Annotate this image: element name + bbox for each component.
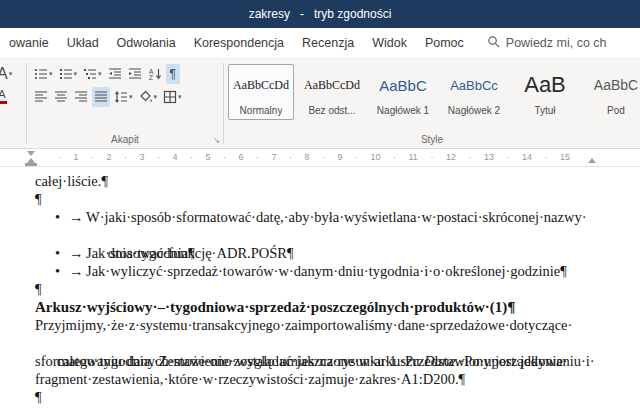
style-podtytul-partial[interactable]: AaBbC Pod <box>583 64 640 120</box>
chevron-down-icon: ▾ <box>74 70 78 78</box>
styles-group-label: Style <box>224 131 640 148</box>
color-bar <box>0 101 7 104</box>
chevron-down-icon: ▾ <box>154 93 158 101</box>
first-line-indent-marker[interactable] <box>27 151 35 156</box>
numbered-list-button[interactable]: ▾ <box>57 64 80 84</box>
multilevel-list-icon <box>83 67 97 81</box>
style-tytul[interactable]: AaB Tytuł <box>512 64 578 120</box>
style-name: Tytuł <box>534 105 555 116</box>
increase-indent-icon <box>128 67 142 81</box>
bullet-item-1-wrap: dnia·tygodnia¶ <box>35 226 640 244</box>
empty-paragraph-mark: ¶ <box>35 280 640 298</box>
empty-paragraph-mark: ¶ <box>35 388 640 406</box>
align-right-button[interactable] <box>72 87 90 107</box>
bullet-text: W·jaki·sposób·sformatować·datę,·aby·była… <box>86 208 586 226</box>
ruler[interactable]: · 1 · 2 · 3 · 4 · 5 · 6 · 7 · 8 · 9 · 10… <box>0 149 640 167</box>
align-left-button[interactable] <box>32 87 50 107</box>
style-sample: AaB <box>524 65 566 105</box>
svg-text:Z: Z <box>149 74 153 81</box>
letter-icon: A <box>0 65 8 83</box>
right-indent-marker[interactable] <box>588 158 596 163</box>
paragraph-row-2: ▾ ▾ <box>27 85 223 108</box>
left-indent-marker[interactable] <box>25 163 37 166</box>
style-name: Normalny <box>240 105 283 116</box>
chevron-down-icon: ▾ <box>129 93 133 101</box>
shading-button[interactable]: ▾ <box>137 87 160 107</box>
borders-grid-icon <box>163 90 177 104</box>
styles-group: AaBbCcDd Normalny AaBbCcDd Bez odst... A… <box>224 59 640 148</box>
style-name: Nagłówek 1 <box>377 105 429 116</box>
font-color-icon: A <box>0 89 7 104</box>
styles-gallery: AaBbCcDd Normalny AaBbCcDd Bez odst... A… <box>224 62 640 120</box>
show-formatting-marks-button[interactable]: ¶ <box>166 64 180 84</box>
sort-az-icon: A Z <box>148 67 162 81</box>
style-name: Bez odst... <box>308 105 355 116</box>
bullet-marker: • <box>55 244 69 262</box>
search-icon <box>487 35 500 51</box>
bullet-item-2: • → Jak·stosować·funkcję·ADR.POŚR¶ <box>35 244 640 262</box>
chevron-down-icon: ▾ <box>178 93 182 101</box>
increase-indent-button[interactable] <box>126 64 144 84</box>
tell-me-search[interactable]: Powiedz mi, co ch <box>487 35 607 51</box>
body-line: sformatowaniu·danych·może·ono·wyglądać·j… <box>35 352 640 370</box>
word-window: zakresy - tryb zgodności owanie Układ Od… <box>0 0 640 409</box>
bullet-item-1: • → W·jaki·sposób·sformatować·datę,·aby·… <box>35 208 640 226</box>
line-spacing-button[interactable]: ▾ <box>112 87 135 107</box>
style-name: Nagłówek 2 <box>448 105 500 116</box>
justify-button[interactable] <box>92 87 110 107</box>
tab-recenzja[interactable]: Recenzja <box>293 28 363 58</box>
tab-widok[interactable]: Widok <box>363 28 416 58</box>
paragraph-group: ▾ ▾ <box>27 59 223 148</box>
decrease-indent-button[interactable] <box>106 64 124 84</box>
numbered-list-icon <box>59 67 73 81</box>
style-normalny[interactable]: AaBbCcDd Normalny <box>228 64 294 120</box>
tab-korespondencja[interactable]: Korespondencja <box>185 28 293 58</box>
sort-button[interactable]: A Z <box>146 64 164 84</box>
style-sample: AaBbCcDd <box>304 65 360 105</box>
multilevel-list-button[interactable]: ▾ <box>81 64 104 84</box>
bullet-list-button[interactable]: ▾ <box>32 64 55 84</box>
ruler-marks: · 1 · 2 · 3 · 4 · 5 · 6 · 7 · 8 · 9 · 10… <box>58 152 570 162</box>
bullet-marker: • <box>55 208 69 226</box>
font-color-button[interactable]: A <box>0 87 9 107</box>
paragraph-row-1: ▾ ▾ <box>27 62 223 85</box>
pilcrow-icon: ¶ <box>170 67 176 81</box>
borders-button[interactable]: ▾ <box>161 87 184 107</box>
chevron-down-icon: ▾ <box>98 70 102 78</box>
tab-odwolania[interactable]: Odwołania <box>108 28 185 58</box>
bullet-list-icon <box>34 67 48 81</box>
tab-uklad[interactable]: Układ <box>58 28 108 58</box>
style-bez-odstepow[interactable]: AaBbCcDd Bez odst... <box>299 64 365 120</box>
bullet-text: Jak·wyliczyć·sprzedaż·towarów·w·danym·dn… <box>86 262 567 280</box>
chevron-down-icon: ▾ <box>9 70 13 78</box>
tab-arrow-mark: → <box>69 262 86 280</box>
align-center-button[interactable] <box>52 87 70 107</box>
style-sample: AaBbC <box>594 65 638 105</box>
style-naglowek-1[interactable]: AaBbC Nagłówek 1 <box>370 64 436 120</box>
tab-projektowanie-partial[interactable]: owanie <box>0 28 58 58</box>
tab-arrow-mark: → <box>69 244 86 262</box>
align-right-icon <box>74 90 88 104</box>
bullet-item-3: • → Jak·wyliczyć·sprzedaż·towarów·w·dany… <box>35 262 640 280</box>
window-title: zakresy - tryb zgodności <box>249 7 392 21</box>
text-line: całej·liście.¶ <box>35 172 640 190</box>
style-sample: AaBbCcDd <box>233 65 289 105</box>
align-center-icon <box>54 90 68 104</box>
section-heading: Arkusz·wyjściowy·–·tygodniowa·sprzedaż·p… <box>35 298 640 316</box>
ribbon: A ▾ A <box>0 59 640 149</box>
bullet-marker: • <box>55 262 69 280</box>
font-partial-button[interactable]: A ▾ <box>0 64 14 84</box>
decrease-indent-icon <box>108 67 122 81</box>
paint-bucket-icon <box>139 90 153 104</box>
paragraph-dialog-launcher[interactable]: ↘ <box>213 137 220 145</box>
body-line: Przyjmijmy,·że·z·systemu·transakcyjnego·… <box>35 316 640 334</box>
paragraph-group-label: Akapit <box>27 131 223 148</box>
tab-pomoc[interactable]: Pomoc <box>416 28 473 58</box>
document-page[interactable]: całej·liście.¶ ¶ • → W·jaki·sposób·sform… <box>0 167 640 409</box>
style-sample: AaBbC <box>379 65 427 105</box>
style-sample: AaBbCc <box>450 65 498 105</box>
style-naglowek-2[interactable]: AaBbCc Nagłówek 2 <box>441 64 507 120</box>
body-line: fragment·zestawienia,·które·w·rzeczywist… <box>35 370 640 388</box>
align-left-icon <box>34 90 48 104</box>
search-label: Powiedz mi, co ch <box>506 36 607 50</box>
